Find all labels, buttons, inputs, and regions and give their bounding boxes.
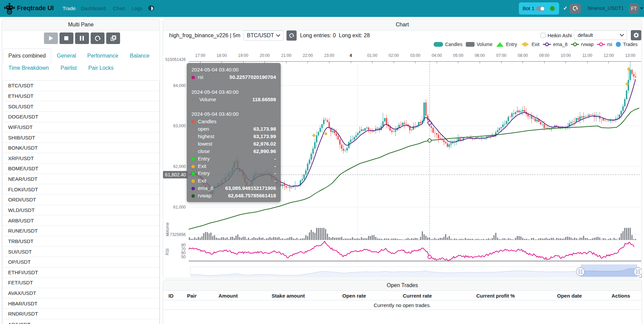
svg-text:04:00: 04:00 — [432, 53, 442, 58]
svg-text:63,000: 63,000 — [173, 124, 186, 128]
svg-text:18:00: 18:00 — [217, 53, 227, 58]
svg-text:20:00: 20:00 — [260, 53, 270, 58]
svg-text:4: 4 — [350, 53, 352, 58]
svg-text:08:00: 08:00 — [518, 53, 528, 58]
svg-text:12:00: 12:00 — [604, 53, 614, 58]
svg-text:50: 50 — [181, 255, 186, 259]
svg-text:62,000: 62,000 — [173, 164, 186, 169]
svg-text:06:00: 06:00 — [475, 53, 485, 58]
svg-text:09:00: 09:00 — [539, 53, 549, 58]
svg-text:03:00: 03:00 — [410, 53, 420, 58]
svg-text:05:00: 05:00 — [453, 53, 463, 58]
svg-text:11:00: 11:00 — [582, 53, 592, 58]
svg-text:07:00: 07:00 — [496, 53, 506, 58]
svg-text:19:00: 19:00 — [238, 53, 248, 58]
svg-text:RSI: RSI — [165, 249, 170, 255]
svg-text:61,802.40: 61,802.40 — [165, 172, 186, 177]
svg-text:21:00: 21:00 — [281, 53, 291, 58]
svg-text:515051426: 515051426 — [165, 57, 186, 62]
svg-text:02:00: 02:00 — [389, 53, 399, 58]
svg-text:23:00: 23:00 — [324, 53, 334, 58]
svg-text:01:00: 01:00 — [367, 53, 377, 58]
svg-text:13:00: 13:00 — [625, 53, 635, 58]
svg-text:Volume: Volume — [165, 222, 170, 236]
svg-text:22:00: 22:00 — [303, 53, 313, 58]
svg-text:10:00: 10:00 — [561, 53, 571, 58]
svg-text:17:00: 17:00 — [195, 53, 205, 58]
svg-text:61,000: 61,000 — [173, 205, 186, 210]
svg-text:64,000: 64,000 — [173, 83, 186, 88]
